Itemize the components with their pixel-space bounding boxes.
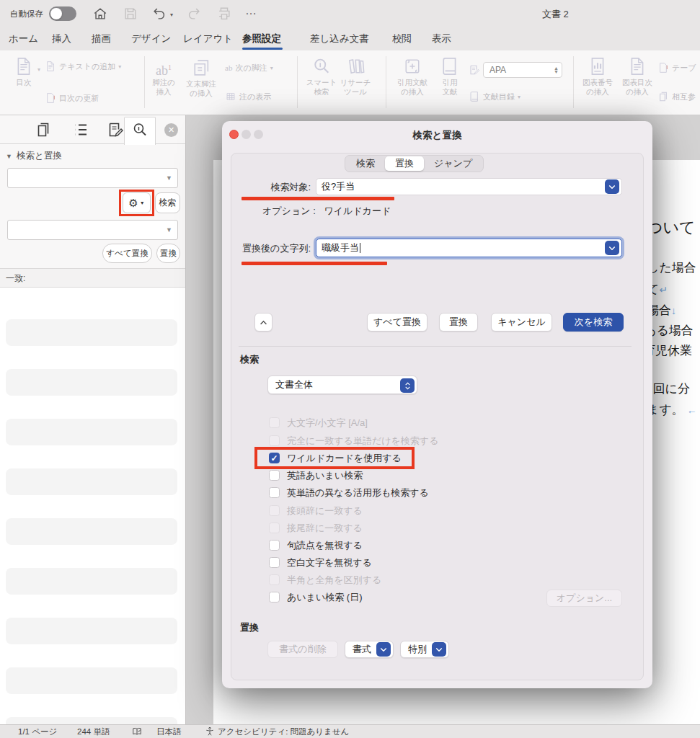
replace-all-button[interactable]: すべて置換 xyxy=(367,313,427,332)
checkbox-ignore-punctuation[interactable]: 句読点を無視する xyxy=(269,539,363,551)
undo-chevron-icon[interactable]: ▾ xyxy=(170,12,173,18)
checkbox-match-case[interactable]: 大文字/小文字 [A/a] xyxy=(269,417,368,429)
checkbox-match-prefix[interactable]: 接頭辞に一致する xyxy=(269,504,363,517)
matches-results-list xyxy=(0,288,185,724)
citation-style-select[interactable]: APA ▲▼ xyxy=(483,62,562,78)
find-next-button[interactable]: 次を検索 xyxy=(563,313,624,332)
search-section-title: 検索 xyxy=(240,353,259,366)
sidebar-search-button[interactable]: 検索 xyxy=(155,192,180,213)
checkbox-word-forms-en[interactable]: 英単語の異なる活用形も検索する xyxy=(269,486,429,499)
undo-icon[interactable] xyxy=(151,6,167,22)
smart-lookup-button[interactable]: スマート検索 xyxy=(303,56,340,96)
accessibility-status[interactable]: アクセシビリティ: 問題ありません xyxy=(218,726,349,737)
sidebar-find-input[interactable]: ▼ xyxy=(7,168,178,188)
page-count[interactable]: 1/1 ページ xyxy=(18,726,57,737)
save-icon[interactable] xyxy=(123,6,138,22)
combo-arrow-icon[interactable]: ▼ xyxy=(166,174,172,182)
add-text-button[interactable]: テキストの追加▾ xyxy=(45,61,121,72)
tab-home[interactable]: ホーム xyxy=(9,32,38,45)
tab-view[interactable]: 表示 xyxy=(432,32,451,45)
proofing-icon[interactable] xyxy=(132,726,142,737)
dialog-tab-goto[interactable]: ジャンプ xyxy=(424,156,482,171)
sidebar-replace-all-button[interactable]: すべて置換 xyxy=(102,244,152,263)
tab-insert[interactable]: 挿入 xyxy=(52,32,71,45)
accessibility-icon[interactable] xyxy=(205,726,215,737)
format-dropdown-icon xyxy=(376,642,391,657)
language-indicator[interactable]: 日本語 xyxy=(156,726,182,737)
tab-review[interactable]: 校閲 xyxy=(392,32,412,45)
show-notes-button[interactable]: 注の表示 xyxy=(225,91,271,102)
word-count[interactable]: 244 単語 xyxy=(77,726,110,737)
chevron-up-icon xyxy=(260,320,267,325)
search-scope-select[interactable]: 文書全体 xyxy=(267,375,417,394)
home-icon[interactable] xyxy=(92,6,108,22)
replace-dropdown-icon[interactable] xyxy=(605,241,619,255)
insert-caption-button[interactable]: 図表番号の挿入 xyxy=(579,56,616,96)
stepper-icon: ▲▼ xyxy=(554,66,559,74)
cross-reference-button[interactable]: 相互参 xyxy=(657,91,696,102)
checkbox-icon xyxy=(269,435,280,446)
thumbnails-icon[interactable] xyxy=(35,121,52,138)
update-toc-button[interactable]: 目次の更新 xyxy=(45,92,99,104)
replace-section-title: 置換 xyxy=(240,621,259,634)
find-dropdown-icon[interactable] xyxy=(605,179,619,194)
update-table-button[interactable]: テーブ xyxy=(657,62,696,74)
autosave-toggle[interactable] xyxy=(49,6,76,21)
group-divider xyxy=(144,56,145,108)
remove-format-button[interactable]: 書式の削除 xyxy=(267,641,338,658)
special-button[interactable]: 特別 xyxy=(400,641,449,658)
tab-layout[interactable]: レイアウト xyxy=(183,32,233,45)
match-placeholder-row xyxy=(6,667,177,694)
dialog-tab-replace[interactable]: 置換 xyxy=(385,156,424,171)
checkbox-ignore-whitespace[interactable]: 空白文字を無視する xyxy=(269,556,372,569)
checkbox-fuzzy-search-ja[interactable]: あいまい検索 (日) xyxy=(269,591,363,603)
dialog-tab-find[interactable]: 検索 xyxy=(346,156,385,171)
insert-citation-button[interactable]: 引用文献の挿入 xyxy=(394,56,431,96)
match-placeholder-row xyxy=(6,717,177,724)
fuzzy-options-button[interactable]: オプション... xyxy=(546,590,622,607)
tab-mailings[interactable]: 差し込み文書 xyxy=(310,32,369,45)
tab-references[interactable]: 参照設定 xyxy=(242,32,281,45)
find-field[interactable]: 役?手当 xyxy=(316,178,622,195)
options-row: オプション : ワイルドカード xyxy=(262,205,391,218)
tab-draw[interactable]: 描画 xyxy=(92,32,111,45)
insert-endnote-button[interactable]: 文末脚注の挿入 xyxy=(182,58,220,97)
show-notes-icon xyxy=(225,91,236,102)
checkbox-match-suffix[interactable]: 接尾辞に一致する xyxy=(269,522,363,534)
citation-button[interactable]: 引用文献 xyxy=(434,56,466,96)
annotation-underline-find xyxy=(242,197,394,200)
research-tool-button[interactable]: リサーチツール xyxy=(337,56,373,96)
group-divider xyxy=(386,56,386,108)
close-icon[interactable]: ✕ xyxy=(164,123,178,137)
checkbox-distinguish-width[interactable]: 半角と全角を区別する xyxy=(269,574,381,586)
bibliography-button[interactable]: 文献目録▾ xyxy=(469,91,520,102)
replace-field[interactable]: 職級手当 xyxy=(316,239,622,257)
redo-icon[interactable] xyxy=(186,6,202,22)
insert-footnote-button[interactable]: ab1 脚注の挿入 xyxy=(146,58,181,96)
smart-lookup-icon xyxy=(311,56,332,76)
toc-chevron-icon: ▾ xyxy=(37,66,40,73)
combo-arrow-icon[interactable]: ▼ xyxy=(166,226,172,234)
next-footnote-button[interactable]: ab 次の脚注▾ xyxy=(225,62,273,74)
more-icon[interactable]: … xyxy=(245,4,257,17)
cancel-button[interactable]: キャンセル xyxy=(491,313,552,332)
document-text-line: した場合 xyxy=(647,259,696,276)
checkbox-sounds-like-en[interactable]: 英語あいまい検索 xyxy=(269,469,363,481)
annotation-box-wildcard xyxy=(254,447,415,469)
find-replace-panel-header[interactable]: ▼ 検索と置換 xyxy=(6,150,62,162)
table-of-figures-button[interactable]: 図表目次の挿入 xyxy=(619,56,656,96)
ribbon-tab-bar: ホーム 挿入 描画 デザイン レイアウト 参照設定 差し込み文書 校閲 表示 xyxy=(0,27,700,50)
headings-list-icon[interactable] xyxy=(72,121,89,138)
options-label: オプション : xyxy=(262,205,316,216)
checkbox-whole-words[interactable]: 完全に一致する単語だけを検索する xyxy=(269,435,438,447)
print-icon[interactable] xyxy=(216,6,232,22)
edit-document-icon[interactable] xyxy=(107,121,124,138)
sidebar-replace-button[interactable]: 置換 xyxy=(156,244,180,263)
replace-button[interactable]: 置換 xyxy=(439,313,478,332)
collapse-button[interactable] xyxy=(254,313,273,332)
tab-design[interactable]: デザイン xyxy=(131,32,171,45)
sidebar-replace-input[interactable]: ▼ xyxy=(7,220,178,240)
format-button[interactable]: 書式 xyxy=(345,641,394,658)
search-icon[interactable] xyxy=(131,121,149,138)
insert-caption-icon xyxy=(588,56,608,76)
